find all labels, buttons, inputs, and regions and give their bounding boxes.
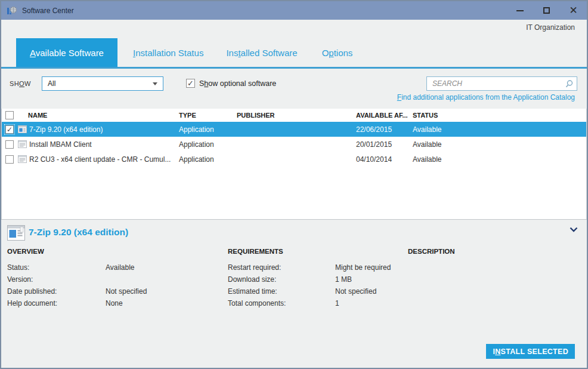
titlebar: Software Center ✕ xyxy=(1,1,587,20)
tab-installation-status[interactable]: Installation Status xyxy=(133,48,203,58)
checkmark-icon: ✓ xyxy=(187,79,194,87)
software-status: Available xyxy=(410,155,586,164)
software-available-after: 04/10/2014 xyxy=(353,155,410,164)
tab-installed-software[interactable]: Installed Software xyxy=(226,48,297,58)
column-header-status[interactable]: STATUS xyxy=(410,112,586,119)
application-icon-large xyxy=(7,225,25,241)
tab-options[interactable]: Options xyxy=(322,48,353,58)
software-list: NAME TYPE PUBLISHER AVAILABLE AF... STAT… xyxy=(1,109,587,219)
row-checkbox[interactable] xyxy=(5,155,14,164)
window-title: Software Center xyxy=(22,7,74,15)
overview-section-header: OVERVIEW xyxy=(7,248,44,255)
tab-available-software[interactable]: Available Software xyxy=(16,38,117,67)
field-label: Restart required: xyxy=(228,262,335,273)
software-available-after: 20/01/2015 xyxy=(353,140,410,149)
software-type: Application xyxy=(176,140,234,149)
maximize-button[interactable] xyxy=(533,1,560,20)
minimize-button[interactable] xyxy=(506,1,533,20)
software-name: Install MBAM Client xyxy=(29,140,92,149)
search-icon[interactable] xyxy=(565,79,574,88)
show-optional-checkbox[interactable]: ✓ xyxy=(186,79,195,88)
column-header-name[interactable]: NAME xyxy=(17,112,176,119)
show-optional-label: Show optional software xyxy=(199,79,276,88)
window-controls: ✕ xyxy=(506,1,587,20)
field-value: 1 xyxy=(335,297,339,309)
field-value: Available xyxy=(106,262,134,273)
field-label: Total components: xyxy=(228,297,335,309)
detail-title: 7-Zip 9.20 (x64 edition) xyxy=(29,227,128,238)
application-icon xyxy=(18,125,27,133)
table-row[interactable]: R2 CU3 - x64 client update - CMR - Cumul… xyxy=(2,152,586,167)
organization-label: IT Organization xyxy=(526,23,575,32)
close-icon: ✕ xyxy=(569,4,577,17)
requirements-section-header: REQUIREMENTS xyxy=(228,248,283,255)
field-value: Not specified xyxy=(335,285,376,297)
app-icon xyxy=(7,6,17,16)
show-filter-label: SHOW xyxy=(10,80,31,87)
show-filter-dropdown[interactable]: All xyxy=(42,76,163,91)
table-row[interactable]: ✓ 7-Zip 9.20 (x64 edition) Application 2… xyxy=(2,122,586,137)
tab-bar: Available Software Installation Status I… xyxy=(1,38,587,67)
select-all-checkbox[interactable] xyxy=(5,111,14,119)
field-value: None xyxy=(106,297,123,309)
field-label: Download size: xyxy=(228,273,335,285)
software-name: 7-Zip 9.20 (x64 edition) xyxy=(29,125,103,134)
install-selected-button[interactable]: INSTALL SELECTED xyxy=(486,344,575,359)
column-header-available-after[interactable]: AVAILABLE AF... xyxy=(353,112,410,119)
software-available-after: 22/06/2015 xyxy=(353,125,410,134)
collapse-chevron-icon[interactable] xyxy=(570,227,578,232)
list-header: NAME TYPE PUBLISHER AVAILABLE AF... STAT… xyxy=(2,109,586,122)
software-status: Available xyxy=(410,140,586,149)
field-label: Date published: xyxy=(7,285,106,297)
field-label: Version: xyxy=(7,273,106,285)
column-header-type[interactable]: TYPE xyxy=(176,112,234,119)
show-filter-value: All xyxy=(48,79,55,88)
software-status: Available xyxy=(410,125,586,134)
search-input[interactable] xyxy=(427,77,577,90)
row-checkbox[interactable]: ✓ xyxy=(5,125,14,134)
maximize-icon xyxy=(543,7,550,14)
application-icon xyxy=(18,140,27,148)
field-label: Help document: xyxy=(7,297,106,309)
row-checkbox[interactable] xyxy=(5,140,14,149)
column-header-publisher[interactable]: PUBLISHER xyxy=(234,112,353,119)
software-type: Application xyxy=(176,155,234,164)
checkmark-icon: ✓ xyxy=(7,126,13,133)
description-section-header: DESCRIPTION xyxy=(408,248,455,255)
field-value: Might be required xyxy=(335,262,391,273)
requirements-fields: Restart required:Might be required Downl… xyxy=(228,262,391,309)
detail-panel: 7-Zip 9.20 (x64 edition) OVERVIEW REQUIR… xyxy=(1,219,587,368)
close-button[interactable]: ✕ xyxy=(560,1,587,20)
dropdown-arrow-icon xyxy=(153,82,157,85)
minimize-icon xyxy=(516,10,524,11)
software-type: Application xyxy=(176,125,234,134)
application-icon xyxy=(18,155,27,163)
field-label: Status: xyxy=(7,262,106,273)
software-name: R2 CU3 - x64 client update - CMR - Cumul… xyxy=(29,155,171,164)
application-catalog-link[interactable]: Find additional applications from the Ap… xyxy=(397,93,575,102)
field-value: 1 MB xyxy=(335,273,352,285)
overview-fields: Status:Available Version: Date published… xyxy=(7,262,147,309)
software-center-window: Software Center ✕ IT Organization Availa… xyxy=(0,0,588,369)
table-row[interactable]: Install MBAM Client Application 20/01/20… xyxy=(2,137,586,152)
field-label: Estimated time: xyxy=(228,285,335,297)
field-value: Not specified xyxy=(106,285,147,297)
search-box xyxy=(426,76,577,91)
